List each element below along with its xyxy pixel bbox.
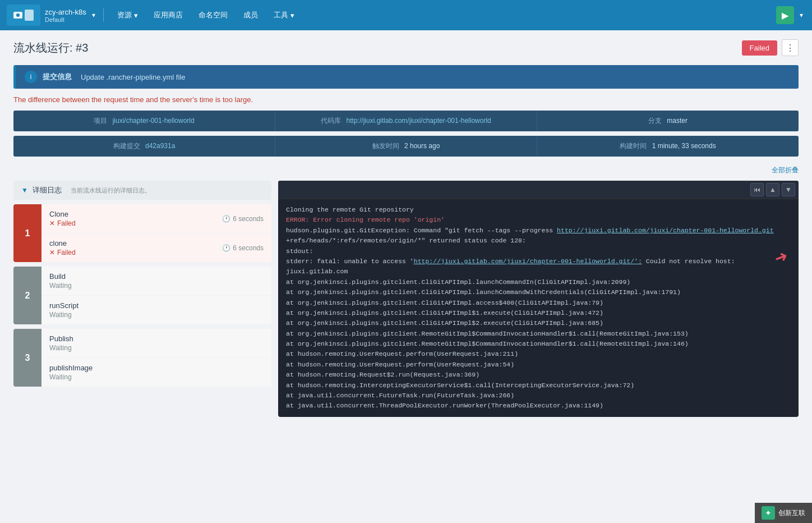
project-sub: Default bbox=[45, 16, 86, 23]
more-options-button[interactable]: ⋮ bbox=[782, 39, 799, 56]
step-publish-status: Waiting bbox=[49, 344, 73, 352]
step-clone-sub-time: 🕐 6 seconds bbox=[222, 244, 264, 252]
svg-rect-1 bbox=[25, 10, 34, 21]
step-clone-sub-name: clone bbox=[49, 239, 76, 247]
project-link[interactable]: jiuxi/chapter-001-helloworld bbox=[113, 117, 195, 125]
log-toolbar: ⏮ ▲ ▼ bbox=[278, 181, 799, 199]
stage-2-number: 2 bbox=[13, 267, 41, 324]
step-runscript[interactable]: runScript Waiting bbox=[41, 296, 271, 324]
log-first-button[interactable]: ⏮ bbox=[750, 183, 764, 196]
repo-link[interactable]: http://jiuxi.gitlab.com/jiuxi/chapter-00… bbox=[347, 117, 491, 125]
step-publishimage[interactable]: publishImage Waiting bbox=[41, 358, 271, 387]
page-title: 流水线运行: #3 bbox=[13, 40, 88, 56]
info-icon: i bbox=[25, 71, 37, 83]
meta-row-1: 项目 jiuxi/chapter-001-helloworld 代码库 http… bbox=[13, 111, 799, 131]
step-publishimage-info: publishImage Waiting bbox=[49, 364, 93, 381]
meta-branch: 分支 master bbox=[537, 111, 799, 131]
stage-card-3: 3 Publish Waiting publishImage bbox=[13, 329, 271, 387]
step-clone-sub-info: clone ✕ Failed bbox=[49, 239, 76, 256]
commit-link[interactable]: d42a931a bbox=[145, 142, 175, 150]
meta-table-row2: 构建提交 d42a931a 触发时间 2 hours ago 构建时间 1 mi… bbox=[13, 136, 799, 157]
status-failed-button[interactable]: Failed bbox=[742, 40, 777, 56]
stage-3-header: 3 Publish Waiting publishImage bbox=[13, 329, 271, 387]
meta-trigger-time: 触发时间 2 hours ago bbox=[275, 136, 537, 157]
project-dropdown-btn[interactable]: ▾ bbox=[90, 10, 98, 20]
stage-2-steps: Build Waiting runScript Waiting bbox=[41, 267, 271, 324]
project-selector[interactable]: zcy-arch-k8s Default bbox=[45, 8, 86, 23]
watermark-logo: ✦ bbox=[762, 506, 775, 520]
log-up-button[interactable]: ▲ bbox=[766, 183, 779, 196]
nav-links: 资源 应用商店 命名空间 成员 工具 bbox=[109, 0, 776, 30]
log-down-button[interactable]: ▼ bbox=[782, 183, 795, 196]
stage-1-number: 1 bbox=[13, 204, 41, 262]
meta-repo: 代码库 http://jiuxi.gitlab.com/jiuxi/chapte… bbox=[275, 111, 537, 131]
x-icon: ✕ bbox=[49, 249, 55, 256]
info-label: 提交信息 bbox=[43, 72, 72, 82]
stage-2-header: 2 Build Waiting runScript Wait bbox=[13, 267, 271, 324]
step-clone-main-status: ✕ Failed bbox=[49, 219, 76, 227]
step-build[interactable]: Build Waiting bbox=[41, 267, 271, 296]
error-message: The difference between the request time … bbox=[13, 95, 799, 104]
step-publish-info: Publish Waiting bbox=[49, 334, 73, 352]
stage-card-2: 2 Build Waiting runScript Wait bbox=[13, 267, 271, 324]
watermark-text: 创新互联 bbox=[778, 508, 805, 518]
user-avatar[interactable]: ▶ bbox=[776, 6, 794, 24]
collapse-all-link[interactable]: 全部折叠 bbox=[772, 166, 799, 174]
stage-1-steps: Clone ✕ Failed 🕐 6 seconds bbox=[41, 204, 271, 262]
meta-commit: 构建提交 d42a931a bbox=[13, 136, 275, 157]
stages-panel: ▼ 详细日志 当前流水线运行的详细日志。 1 Clone bbox=[13, 181, 271, 391]
stage-3-number: 3 bbox=[13, 329, 41, 387]
project-name: zcy-arch-k8s bbox=[45, 8, 86, 16]
step-clone-main-name: Clone bbox=[49, 210, 76, 218]
user-dropdown-btn[interactable]: ▾ bbox=[797, 10, 805, 20]
header-actions: Failed ⋮ bbox=[742, 39, 799, 56]
detail-log-header[interactable]: ▼ 详细日志 当前流水线运行的详细日志。 bbox=[13, 181, 271, 200]
stage-3-steps: Publish Waiting publishImage Waiting bbox=[41, 329, 271, 387]
main-content: 流水线运行: #3 Failed ⋮ i 提交信息 Update .ranche… bbox=[0, 30, 812, 523]
log-panel: ⏮ ▲ ▼ Cloning the remote Git repositoryE… bbox=[278, 181, 799, 417]
chevron-down-icon bbox=[290, 11, 294, 20]
nav-separator bbox=[103, 8, 104, 22]
log-url-link[interactable]: http://jiuxi.gitlab.com/jiuxi/chapter-00… bbox=[414, 258, 642, 265]
nav-resources[interactable]: 资源 bbox=[109, 0, 146, 30]
step-runscript-status: Waiting bbox=[49, 311, 79, 319]
step-clone-main-info: Clone ✕ Failed bbox=[49, 210, 76, 227]
nav-right: ▶ ▾ bbox=[776, 6, 805, 24]
meta-table-row1: 项目 jiuxi/chapter-001-helloworld 代码库 http… bbox=[13, 111, 799, 131]
info-banner: i 提交信息 Update .rancher-pipeline.yml file bbox=[13, 65, 799, 89]
meta-row-2: 构建提交 d42a931a 触发时间 2 hours ago 构建时间 1 mi… bbox=[13, 136, 799, 157]
branch-value: master bbox=[667, 117, 688, 125]
trigger-time-value: 2 hours ago bbox=[404, 142, 440, 150]
step-publishimage-name: publishImage bbox=[49, 364, 93, 372]
log-url-link[interactable]: http://jiuxi.gitlab.com/jiuxi/chapter-00… bbox=[557, 227, 773, 234]
info-message: Update .rancher-pipeline.yml file bbox=[81, 73, 185, 81]
collapse-bar: 全部折叠 bbox=[13, 163, 799, 177]
meta-build-time: 构建时间 1 minute, 33 seconds bbox=[537, 136, 799, 157]
step-clone-main-time: 🕐 6 seconds bbox=[222, 215, 264, 223]
step-build-name: Build bbox=[49, 272, 72, 281]
nav-tools[interactable]: 工具 bbox=[266, 0, 302, 30]
x-icon: ✕ bbox=[49, 219, 55, 227]
detail-log-subtitle: 当前流水线运行的详细日志。 bbox=[71, 186, 151, 195]
top-navigation: zcy-arch-k8s Default ▾ 资源 应用商店 命名空间 成员 工… bbox=[0, 0, 812, 30]
step-build-status: Waiting bbox=[49, 282, 72, 290]
clock-icon: 🕐 bbox=[222, 244, 230, 252]
step-publish[interactable]: Publish Waiting bbox=[41, 329, 271, 358]
stage-1-header: 1 Clone ✕ Failed bbox=[13, 204, 271, 262]
log-content: Cloning the remote Git repositoryERROR: … bbox=[278, 199, 799, 417]
pipeline-container: ▼ 详细日志 当前流水线运行的详细日志。 1 Clone bbox=[13, 181, 799, 417]
nav-members[interactable]: 成员 bbox=[236, 0, 266, 30]
step-publish-name: Publish bbox=[49, 334, 73, 343]
step-clone-sub-status: ✕ Failed bbox=[49, 249, 76, 256]
step-clone-main[interactable]: Clone ✕ Failed 🕐 6 seconds bbox=[41, 204, 271, 233]
stage-card-1: 1 Clone ✕ Failed bbox=[13, 204, 271, 262]
chevron-down-icon bbox=[134, 11, 138, 20]
meta-project: 项目 jiuxi/chapter-001-helloworld bbox=[13, 111, 275, 131]
detail-log-section: ▼ 详细日志 当前流水线运行的详细日志。 bbox=[13, 181, 271, 200]
nav-namespace[interactable]: 命名空间 bbox=[191, 0, 236, 30]
nav-appstore[interactable]: 应用商店 bbox=[146, 0, 191, 30]
step-clone-sub[interactable]: clone ✕ Failed 🕐 6 seconds bbox=[41, 233, 271, 262]
detail-log-title: 详细日志 bbox=[33, 185, 62, 195]
build-time-value: 1 minute, 33 seconds bbox=[652, 142, 716, 150]
watermark: ✦ 创新互联 bbox=[755, 503, 812, 523]
